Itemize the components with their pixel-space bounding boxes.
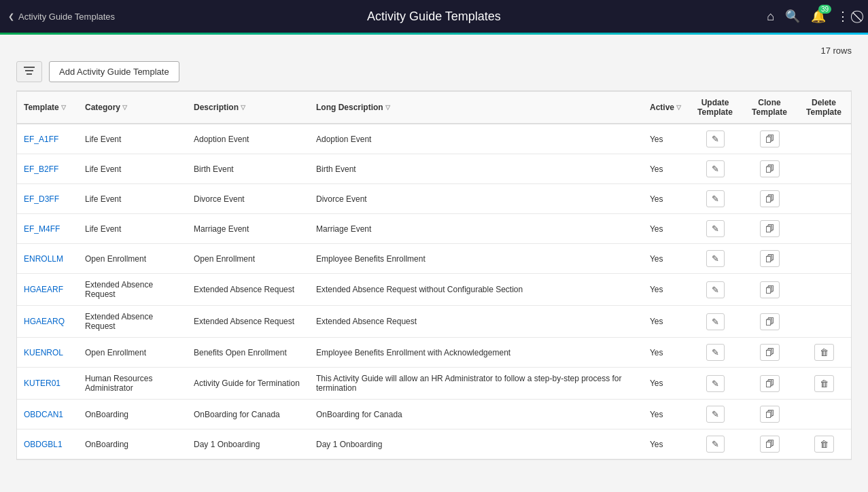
template-link[interactable]: HGAEARF <box>24 285 63 294</box>
update-template-button[interactable]: ✎ <box>706 220 725 237</box>
clone-template-button[interactable]: 🗍 <box>760 220 780 237</box>
table-wrapper: Template ▽ Category ▽ Description ▽ Long… <box>16 90 852 460</box>
cell-description: Extended Absence Request <box>187 306 309 338</box>
cell-category: Human Resources Administrator <box>78 368 187 400</box>
clone-template-button[interactable]: 🗍 <box>760 436 780 453</box>
cell-longdesc: This Activity Guide will allow an HR Adm… <box>309 368 643 400</box>
update-template-button[interactable]: ✎ <box>706 190 725 207</box>
update-template-button[interactable]: ✎ <box>706 406 725 423</box>
update-template-button[interactable]: ✎ <box>706 344 725 361</box>
clone-template-button[interactable]: 🗍 <box>760 375 780 392</box>
template-link[interactable]: EF_B2FF <box>24 164 58 174</box>
template-link[interactable]: EF_D3FF <box>24 194 59 204</box>
col-header-description: Description ▽ <box>187 92 309 124</box>
nav-icons: ⌂ 🔍 🔔 39 ⋮ ⃠ <box>737 9 860 24</box>
sort-icon-description: ▽ <box>241 104 245 111</box>
clone-template-button[interactable]: 🗍 <box>760 130 780 147</box>
cell-delete <box>797 306 851 338</box>
add-template-button[interactable]: Add Activity Guide Template <box>49 61 179 82</box>
table-header-row: Template ▽ Category ▽ Description ▽ Long… <box>17 92 851 124</box>
cell-category: Open Enrollment <box>78 338 187 368</box>
cell-clone: 🗍 <box>742 338 797 368</box>
clone-template-button[interactable]: 🗍 <box>760 160 780 177</box>
cell-category: Extended Absence Request <box>78 274 187 306</box>
cell-longdesc: OnBoarding for Canada <box>309 400 643 429</box>
table-row: KUENROLOpen EnrollmentBenefits Open Enro… <box>17 338 851 368</box>
cell-template: KUENROL <box>17 338 78 368</box>
cell-template: ENROLLM <box>17 244 78 274</box>
cell-category: Life Event <box>78 184 187 214</box>
cell-category: Life Event <box>78 214 187 244</box>
cell-longdesc: Day 1 Onboarding <box>309 429 643 459</box>
back-label: Activity Guide Templates <box>18 12 115 22</box>
update-template-button[interactable]: ✎ <box>706 281 725 298</box>
delete-template-button[interactable]: 🗑 <box>814 436 834 453</box>
cell-description: Open Enrollment <box>187 244 309 274</box>
cell-template: HGAEARQ <box>17 306 78 338</box>
cell-delete <box>797 154 851 184</box>
cell-update: ✎ <box>688 214 742 244</box>
cell-clone: 🗍 <box>742 124 797 154</box>
template-link[interactable]: ENROLLM <box>24 254 63 264</box>
cell-description: Benefits Open Enrollment <box>187 338 309 368</box>
cell-update: ✎ <box>688 124 742 154</box>
cell-category: Open Enrollment <box>78 244 187 274</box>
update-template-button[interactable]: ✎ <box>706 436 725 453</box>
cell-delete: 🗑 <box>797 368 851 400</box>
clone-template-button[interactable]: 🗍 <box>760 406 780 423</box>
clone-template-button[interactable]: 🗍 <box>760 250 780 267</box>
clone-template-button[interactable]: 🗍 <box>760 190 780 207</box>
cell-description: Day 1 Onboarding <box>187 429 309 459</box>
update-template-button[interactable]: ✎ <box>706 250 725 267</box>
clone-template-button[interactable]: 🗍 <box>760 344 780 361</box>
template-link[interactable]: HGAEARQ <box>24 317 65 326</box>
update-template-button[interactable]: ✎ <box>706 375 725 392</box>
cell-longdesc: Birth Event <box>309 154 643 184</box>
cell-description: Divorce Event <box>187 184 309 214</box>
more-menu-icon[interactable]: ⋮ <box>837 9 849 24</box>
cell-category: Extended Absence Request <box>78 306 187 338</box>
search-icon[interactable]: 🔍 <box>785 9 800 24</box>
update-template-button[interactable]: ✎ <box>706 313 725 330</box>
cell-longdesc: Divorce Event <box>309 184 643 214</box>
delete-template-button[interactable]: 🗑 <box>814 344 834 361</box>
filter-button[interactable] <box>16 61 42 82</box>
home-icon[interactable]: ⌂ <box>767 10 774 24</box>
table-row: EF_B2FFLife EventBirth EventBirth EventY… <box>17 154 851 184</box>
clone-template-button[interactable]: 🗍 <box>760 313 780 330</box>
cell-template: EF_A1FF <box>17 124 78 154</box>
template-link[interactable]: KUTER01 <box>24 379 60 388</box>
cell-clone: 🗍 <box>742 368 797 400</box>
cell-longdesc: Extended Absence Request <box>309 306 643 338</box>
notification-badge: 39 <box>818 5 831 14</box>
cell-delete <box>797 124 851 154</box>
cell-delete <box>797 184 851 214</box>
cell-longdesc: Employee Benefits Enrollment with Acknow… <box>309 338 643 368</box>
cell-update: ✎ <box>688 368 742 400</box>
notifications-icon[interactable]: 🔔 39 <box>811 9 826 24</box>
update-template-button[interactable]: ✎ <box>706 160 725 177</box>
template-link[interactable]: KUENROL <box>24 348 63 357</box>
cell-clone: 🗍 <box>742 184 797 214</box>
back-button[interactable]: ❮ Activity Guide Templates <box>8 12 131 22</box>
cell-longdesc: Extended Absence Request without Configu… <box>309 274 643 306</box>
cell-delete <box>797 400 851 429</box>
delete-template-button[interactable]: 🗑 <box>814 375 834 392</box>
cell-clone: 🗍 <box>742 274 797 306</box>
cell-clone: 🗍 <box>742 400 797 429</box>
clone-template-button[interactable]: 🗍 <box>760 281 780 298</box>
template-link[interactable]: EF_A1FF <box>24 135 58 144</box>
cell-active: Yes <box>643 338 688 368</box>
filter-icon <box>24 66 35 75</box>
cell-active: Yes <box>643 184 688 214</box>
template-link[interactable]: OBDGBL1 <box>24 440 63 449</box>
cell-clone: 🗍 <box>742 244 797 274</box>
cell-longdesc: Adoption Event <box>309 124 643 154</box>
cell-clone: 🗍 <box>742 429 797 459</box>
cell-update: ✎ <box>688 306 742 338</box>
update-template-button[interactable]: ✎ <box>706 130 725 147</box>
template-link[interactable]: OBDCAN1 <box>24 410 63 419</box>
template-link[interactable]: EF_M4FF <box>24 224 60 234</box>
back-icon: ❮ <box>8 12 14 21</box>
cell-description: Extended Absence Request <box>187 274 309 306</box>
